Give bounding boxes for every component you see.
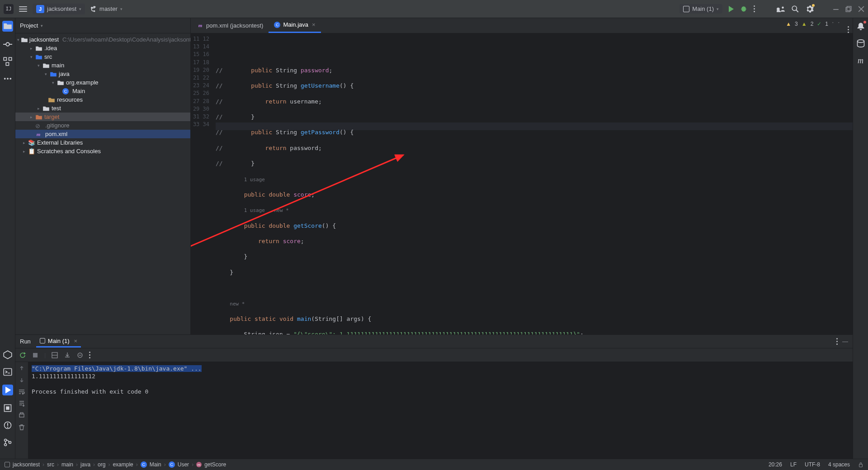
notifications-button[interactable] (856, 22, 865, 31)
console-output[interactable]: "C:\Program Files\Java\jdk-1.8\bin\java.… (28, 362, 853, 459)
tree-label: External Libraries (37, 139, 83, 146)
tree-item[interactable]: ▸.idea (15, 44, 190, 52)
tree-item[interactable]: ⊘.gitignore (15, 121, 190, 130)
print-icon[interactable] (18, 412, 25, 419)
window-minimize-button[interactable] (833, 6, 839, 12)
tree-item[interactable]: ▾java (15, 70, 190, 78)
services-tool-button[interactable] (3, 350, 12, 359)
tree-item[interactable]: CMain (15, 87, 190, 95)
code-with-me-icon[interactable] (777, 5, 785, 13)
tree-label: jacksontest (29, 36, 59, 43)
rerun-button[interactable] (19, 352, 26, 359)
project-name: jacksontest (47, 5, 76, 12)
build-tool-button[interactable] (3, 404, 12, 413)
up-icon[interactable] (18, 365, 25, 372)
tree-path: C:\Users\whoami\Desktop\CodeAnalysis\jac… (62, 36, 191, 43)
tree-item[interactable]: ▾src (15, 52, 190, 61)
svg-point-22 (4, 439, 6, 442)
terminal-tool-button[interactable] (3, 367, 12, 376)
layout-button[interactable] (51, 352, 58, 359)
run-toolbar-more[interactable] (89, 352, 90, 358)
editor-tab-pom[interactable]: m pom.xml (jacksontest) (192, 18, 269, 33)
down-icon[interactable] (18, 376, 25, 384)
run-tab[interactable]: Main (1) × (36, 336, 81, 348)
tree-label: org.example (66, 79, 99, 86)
typo-icon: ✓ (817, 21, 821, 27)
run-config-selector[interactable]: Main (1) ▾ (679, 4, 722, 14)
project-selector[interactable]: J jacksontest ▾ (33, 4, 85, 14)
tree-item[interactable]: ▸📚External Libraries (15, 138, 190, 147)
vcs-tool-button[interactable] (3, 438, 12, 447)
run-button[interactable] (729, 6, 734, 12)
inlay-hint: new * (230, 301, 245, 307)
debug-button[interactable] (740, 5, 747, 13)
tree-item[interactable]: ▾org.example (15, 78, 190, 87)
scroll-to-end-icon[interactable] (18, 400, 25, 407)
chevron-up-icon[interactable]: ˄ (832, 22, 834, 26)
readonly-lock-icon[interactable] (858, 462, 863, 467)
crumb[interactable]: main (61, 461, 73, 468)
more-tool-button[interactable] (3, 74, 12, 83)
caret-position[interactable]: 20:26 (769, 461, 782, 468)
chevron-down-icon[interactable]: ▾ (41, 24, 43, 28)
search-everywhere-icon[interactable] (791, 5, 799, 13)
filter-button[interactable] (76, 352, 84, 359)
window-restore-button[interactable] (845, 6, 852, 12)
tree-item[interactable]: ▸test (15, 104, 190, 113)
tree-item[interactable]: resources (15, 95, 190, 104)
editor-tabs: m pom.xml (jacksontest) C Main.java × (191, 18, 853, 33)
editor-tabs-menu[interactable] (848, 26, 849, 33)
commit-tool-button[interactable] (3, 40, 12, 49)
indent-info[interactable]: 4 spaces (828, 461, 850, 468)
database-tool-button[interactable] (856, 39, 865, 48)
hide-panel-button[interactable]: — (842, 338, 848, 345)
maven-tool-button[interactable]: m (856, 56, 865, 65)
crumb[interactable]: Main (150, 461, 161, 468)
run-panel-menu[interactable] (836, 338, 838, 345)
vcs-branch[interactable]: master ▾ (90, 5, 123, 12)
more-actions-button[interactable] (754, 5, 755, 12)
tree-item[interactable]: ▸📋Scratches and Consoles (15, 147, 190, 155)
tree-item-selected[interactable]: mpom.xml (15, 130, 190, 138)
crumb[interactable]: src (47, 461, 54, 468)
settings-icon[interactable] (806, 5, 814, 13)
svg-rect-33 (859, 464, 863, 467)
export-button[interactable] (64, 352, 71, 359)
main-menu-button[interactable] (19, 6, 27, 12)
crumb[interactable]: example (113, 461, 133, 468)
inspections-widget[interactable]: ▲3 ▲2 ✓1 ˄ ˅ (786, 21, 840, 27)
chevron-down-icon[interactable]: ˅ (838, 22, 840, 26)
code-area[interactable]: // public String password; // public Str… (212, 33, 853, 334)
project-tree[interactable]: ▾ jacksontest C:\Users\whoami\Desktop\Co… (15, 33, 190, 157)
maven-icon: m (35, 131, 42, 137)
crumb[interactable]: java (80, 461, 90, 468)
window-close-button[interactable] (858, 6, 864, 12)
tree-item[interactable]: ▸target (15, 113, 190, 121)
structure-tool-button[interactable] (3, 57, 12, 66)
close-tab-icon[interactable]: × (74, 338, 78, 344)
tree-root[interactable]: ▾ jacksontest C:\Users\whoami\Desktop\Co… (15, 35, 190, 44)
crumb[interactable]: jacksontest (13, 461, 40, 468)
branch-name: master (99, 5, 118, 12)
project-pane: Project ▾ ▾ jacksontest C:\Users\whoami\… (15, 18, 191, 334)
svg-rect-9 (9, 57, 11, 60)
svg-point-5 (6, 42, 9, 46)
clear-icon[interactable] (18, 423, 25, 431)
string-literal: "{\"score\": 1.1111111111111111111111111… (293, 331, 580, 334)
editor-tab-main[interactable]: C Main.java × (269, 18, 321, 33)
close-tab-icon[interactable]: × (312, 21, 316, 28)
line-separator[interactable]: LF (790, 461, 797, 468)
svg-point-0 (792, 6, 797, 10)
tree-item[interactable]: ▾main (15, 61, 190, 70)
breadcrumbs[interactable]: jacksontest› src› main› java› org› examp… (13, 461, 226, 468)
crumb[interactable]: org (98, 461, 105, 468)
file-encoding[interactable]: UTF-8 (805, 461, 820, 468)
project-tool-button[interactable] (2, 21, 13, 32)
svg-marker-14 (4, 351, 12, 359)
run-tool-button[interactable] (2, 385, 13, 395)
stop-button[interactable] (32, 352, 39, 359)
problems-tool-button[interactable] (3, 421, 12, 430)
soft-wrap-icon[interactable] (18, 388, 25, 395)
crumb[interactable]: User (178, 461, 189, 468)
crumb[interactable]: getScore (204, 461, 226, 468)
